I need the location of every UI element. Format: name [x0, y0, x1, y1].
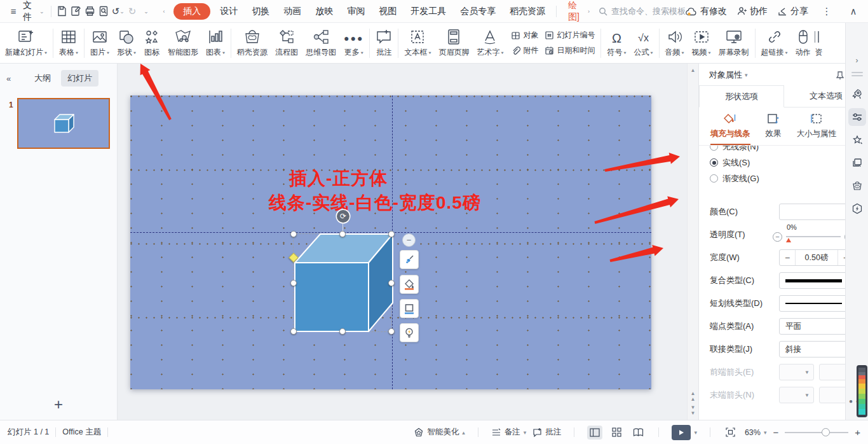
- tab-review[interactable]: 审阅: [340, 6, 372, 17]
- resize-handle-bottom-middle[interactable]: [339, 328, 346, 335]
- beautify-star-icon[interactable]: [848, 131, 866, 149]
- tab-view[interactable]: 视图: [372, 6, 403, 17]
- rotate-handle[interactable]: ⟳: [337, 210, 349, 223]
- ribbon-item-chart[interactable]: 图表▾: [202, 25, 229, 62]
- tab-slideshow[interactable]: 放映: [308, 6, 340, 17]
- cube-shape[interactable]: [293, 233, 393, 333]
- slide-thumbnail[interactable]: [17, 98, 110, 149]
- subtab-effects[interactable]: 效果: [766, 113, 782, 145]
- zoom-out-button[interactable]: −: [773, 427, 778, 438]
- tab-member[interactable]: 会员专享: [453, 6, 503, 17]
- ribbon-item-flowchart[interactable]: 流程图: [271, 25, 302, 62]
- print-icon[interactable]: [83, 4, 97, 19]
- smart-beautify-button[interactable]: 智能美化 ▴: [414, 427, 465, 438]
- comments-button[interactable]: 批注: [532, 427, 561, 438]
- ribbon-item-icons[interactable]: 图标: [140, 25, 164, 62]
- shape-outline-button[interactable]: [400, 299, 419, 318]
- resize-handle-middle-right[interactable]: [388, 280, 395, 286]
- zoom-level[interactable]: 63% ▾: [745, 428, 767, 437]
- format-painter-button[interactable]: [400, 250, 419, 269]
- quick-tools-rocket-icon[interactable]: [848, 85, 866, 103]
- play-options-chevron-icon[interactable]: ▾: [694, 429, 697, 436]
- dash-type-dropdown[interactable]: ▼: [779, 295, 854, 312]
- save-icon[interactable]: [55, 4, 69, 19]
- command-search-input[interactable]: 查找命令、搜索模板: [599, 6, 686, 17]
- resize-handle-middle-left[interactable]: [290, 280, 297, 286]
- transparency-slider[interactable]: − + 0%: [773, 228, 854, 242]
- save-as-icon[interactable]: [69, 4, 83, 19]
- cap-type-dropdown[interactable]: 平面▼: [779, 318, 854, 335]
- resize-handle-bottom-right[interactable]: [388, 328, 395, 335]
- radio-gradient-line[interactable]: 渐变线(G): [699, 170, 868, 186]
- slide-sorter-view-button[interactable]: [609, 426, 624, 440]
- chevron-right-icon[interactable]: ›: [588, 8, 590, 15]
- panel-tab-shape-options[interactable]: 形状选项: [699, 85, 784, 108]
- zoom-in-button[interactable]: +: [855, 427, 860, 438]
- editing-canvas[interactable]: 插入-正方体 线条-实线-白色-宽度0.5磅 ⟳: [118, 64, 687, 420]
- radio-solid-line[interactable]: 实线(S): [699, 155, 868, 170]
- share-button[interactable]: 分享: [778, 6, 808, 17]
- object-properties-strip-icon[interactable]: [848, 108, 866, 126]
- panel-title[interactable]: 对象属性▾: [709, 69, 748, 81]
- hamburger-menu-icon[interactable]: ≡: [6, 4, 20, 19]
- fit-slide-button[interactable]: [723, 426, 738, 440]
- sidebar-tab-outline[interactable]: 大纲: [28, 70, 57, 87]
- ribbon-item-smartart[interactable]: 智能图形: [164, 25, 202, 62]
- ribbon-item-object[interactable]: 对象: [511, 28, 538, 43]
- quick-action-bolt-icon[interactable]: [848, 200, 866, 218]
- print-preview-icon[interactable]: [97, 4, 111, 19]
- sidebar-collapse-icon[interactable]: «: [6, 74, 11, 83]
- tab-developer[interactable]: 开发工具: [403, 6, 453, 17]
- tab-transition[interactable]: 切换: [245, 6, 276, 17]
- ribbon-item-audio[interactable]: 音频▾: [661, 25, 688, 62]
- ribbon-item-symbol[interactable]: Ω 符号▾: [603, 25, 630, 62]
- collapse-ribbon-icon[interactable]: ∧: [845, 4, 862, 19]
- theme-name[interactable]: Office 主题: [62, 427, 101, 438]
- tab-docer[interactable]: 稻壳资源: [503, 6, 552, 17]
- sidebar-tab-slides[interactable]: 幻灯片: [61, 70, 98, 87]
- redo-button[interactable]: ↻: [125, 4, 139, 19]
- pin-panel-icon[interactable]: [836, 71, 844, 80]
- ribbon-item-screen-record[interactable]: 屏幕录制: [715, 25, 753, 62]
- subtab-fill-line[interactable]: 填充与线条: [710, 113, 750, 145]
- slide-show-strip-icon[interactable]: [848, 154, 866, 172]
- reading-view-button[interactable]: [630, 426, 646, 440]
- ribbon-item-mindmap[interactable]: 思维导图: [302, 25, 340, 62]
- strip-drag-handle[interactable]: [851, 70, 863, 78]
- scroll-up-icon[interactable]: ▲: [688, 67, 698, 73]
- end-arrow-style-dropdown[interactable]: ▼: [779, 387, 814, 403]
- ribbon-item-date-time[interactable]: 日期和时间: [545, 43, 595, 59]
- compound-type-dropdown[interactable]: ▼: [779, 272, 854, 289]
- ribbon-item-more[interactable]: ●●● 更多▾: [340, 25, 367, 62]
- shape-selection-box[interactable]: [293, 233, 392, 332]
- undo-button[interactable]: ↺⌄: [111, 4, 125, 19]
- tab-design[interactable]: 设计: [213, 6, 245, 17]
- transparency-minus-icon[interactable]: −: [773, 232, 782, 242]
- slider-marker[interactable]: [786, 238, 791, 242]
- play-slideshow-button[interactable]: [672, 425, 691, 440]
- zoom-slider-knob[interactable]: [822, 428, 830, 436]
- ribbon-item-header-footer[interactable]: 页眉页脚: [435, 25, 473, 62]
- ribbon-item-textbox[interactable]: 文本框▾: [400, 25, 435, 62]
- width-decrease-button[interactable]: −: [780, 253, 795, 263]
- ribbon-item-docer-resources[interactable]: 稻壳资源: [233, 25, 271, 62]
- color-strip-widget[interactable]: [857, 365, 867, 417]
- tab-animation[interactable]: 动画: [276, 6, 308, 17]
- ribbon-item-table[interactable]: 表格▾: [55, 25, 82, 62]
- modified-status[interactable]: 有修改: [686, 6, 727, 17]
- front-arrow-style-dropdown[interactable]: ▼: [779, 364, 814, 380]
- ribbon-item-equation[interactable]: √x 公式▾: [630, 25, 657, 62]
- ribbon-item-slide-number[interactable]: 幻灯片编号: [545, 28, 595, 43]
- ribbon-item-new-slide[interactable]: 新建幻灯片▾: [1, 25, 51, 62]
- ribbon-item-video[interactable]: 视频▾: [688, 25, 715, 62]
- ribbon-item-hyperlink[interactable]: 超链接▾: [757, 25, 792, 62]
- ribbon-item-wordart[interactable]: 艺术字▾: [473, 25, 507, 62]
- more-options-icon[interactable]: ⋮: [818, 4, 835, 19]
- minibar-collapse-button[interactable]: −: [402, 233, 416, 247]
- join-type-dropdown[interactable]: 斜接▼: [779, 341, 854, 357]
- canvas-scrollbar[interactable]: ▲ ▲▲ ▼▼: [687, 64, 698, 420]
- resize-handle-top-left[interactable]: [290, 231, 297, 237]
- ribbon-item-resource-partial[interactable]: 资: [815, 25, 824, 62]
- strip-expand-icon[interactable]: ›: [846, 56, 868, 65]
- zoom-slider[interactable]: [785, 432, 848, 433]
